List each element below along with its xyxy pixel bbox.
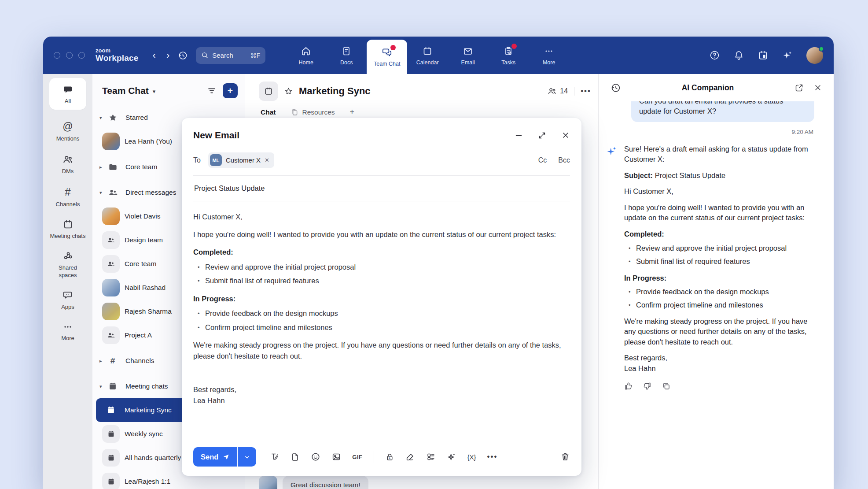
- remove-recipient-icon[interactable]: ✕: [265, 157, 269, 163]
- rail-item-apps[interactable]: Apps: [61, 290, 74, 311]
- window-controls[interactable]: [54, 52, 85, 59]
- discard-draft-icon[interactable]: [560, 452, 570, 462]
- meeting-avatar: [102, 425, 120, 443]
- tab-docs[interactable]: Docs: [326, 37, 367, 74]
- left-rail: All @ Mentions DMs # Channels Meeting ch…: [43, 74, 92, 489]
- bcc-button[interactable]: Bcc: [558, 156, 570, 164]
- ai-response: Sure! Here's a draft email asking for a …: [606, 144, 814, 374]
- history-icon[interactable]: [177, 50, 188, 61]
- message-timestamp: 9:20 AM: [607, 129, 813, 135]
- completed-list: Review and approve the initial project p…: [193, 262, 570, 287]
- back-button[interactable]: ‹: [147, 50, 161, 61]
- rail-item-channels[interactable]: # Channels: [56, 186, 80, 208]
- tab-more[interactable]: More: [529, 37, 569, 74]
- tab-tasks[interactable]: Tasks: [488, 37, 529, 74]
- notifications-icon[interactable]: [733, 50, 744, 61]
- minimize-icon[interactable]: [515, 131, 523, 140]
- caret-right-icon[interactable]: ▸: [99, 164, 107, 170]
- help-icon[interactable]: [709, 50, 720, 61]
- rail-item-more[interactable]: More: [61, 322, 74, 342]
- minimize-window-control[interactable]: [66, 52, 73, 59]
- caret-down-icon[interactable]: ▾: [99, 384, 107, 389]
- toolbar-more-button[interactable]: •••: [487, 452, 498, 461]
- more-icon: [544, 45, 554, 57]
- close-window-control[interactable]: [54, 52, 60, 59]
- close-icon[interactable]: [561, 131, 570, 140]
- close-icon[interactable]: [813, 83, 822, 92]
- email-body[interactable]: Hi Customer X, I hope you're doing well!…: [193, 201, 570, 407]
- list-item: Submit final list of required features: [193, 275, 570, 287]
- search-input[interactable]: [212, 52, 243, 59]
- avatar: [102, 279, 120, 296]
- thumbs-up-icon[interactable]: [624, 382, 633, 391]
- send-button-group[interactable]: Send: [193, 447, 256, 467]
- star-outline-icon[interactable]: [284, 87, 293, 96]
- last-chat-message: Great discussion team!: [259, 476, 368, 489]
- copy-icon[interactable]: [662, 382, 671, 391]
- zoom-window-control[interactable]: [78, 52, 85, 59]
- to-label: To: [193, 156, 201, 164]
- encrypt-icon[interactable]: E: [385, 452, 394, 462]
- thumbs-down-icon[interactable]: [643, 382, 652, 391]
- signature-pen-icon[interactable]: [405, 452, 415, 462]
- tab-resources[interactable]: Resources: [291, 108, 335, 116]
- ai-compose-icon[interactable]: [447, 452, 456, 462]
- folder-icon: [107, 162, 118, 172]
- add-tab-button[interactable]: +: [350, 107, 355, 117]
- to-field[interactable]: To ML Customer X ✕ Cc Bcc: [193, 152, 570, 168]
- group-avatar: [102, 255, 120, 273]
- rail-item-mentions[interactable]: @ Mentions: [56, 121, 80, 142]
- apps-icon: [62, 290, 73, 301]
- gif-button[interactable]: GIF: [352, 454, 362, 460]
- paper-plane-icon: [222, 453, 230, 461]
- expand-icon[interactable]: [538, 131, 546, 140]
- subject-field[interactable]: Project Status Update: [193, 175, 570, 201]
- format-text-icon[interactable]: [270, 452, 280, 462]
- caret-down-icon[interactable]: ▾: [99, 115, 107, 121]
- caret-down-icon[interactable]: ▾: [99, 190, 107, 196]
- intro-paragraph: I hope you're doing well! I wanted to pr…: [193, 229, 570, 241]
- tab-team-chat[interactable]: Team Chat: [367, 40, 407, 74]
- cc-button[interactable]: Cc: [538, 156, 547, 164]
- star-filled-icon: [107, 113, 118, 123]
- caret-right-icon[interactable]: ▸: [99, 358, 107, 364]
- meeting-calendar-icon: [63, 219, 74, 230]
- search-icon: [201, 52, 209, 59]
- user-avatar[interactable]: [806, 47, 823, 64]
- new-chat-button[interactable]: +: [223, 83, 238, 98]
- tab-calendar[interactable]: Calendar: [407, 37, 448, 74]
- new-email-modal: New Email To ML Customer X ✕ Cc Bcc Proj…: [182, 118, 581, 476]
- forward-button[interactable]: ›: [161, 50, 175, 61]
- ai-companion-icon[interactable]: [782, 50, 793, 61]
- hash-icon: #: [65, 186, 70, 198]
- template-icon[interactable]: [426, 452, 436, 462]
- rail-item-meeting-chats[interactable]: Meeting chats: [50, 219, 86, 240]
- emoji-icon[interactable]: [311, 452, 320, 462]
- calendar-today-icon[interactable]: [758, 50, 769, 61]
- calendar-icon: [422, 45, 433, 57]
- tab-home[interactable]: Home: [286, 37, 326, 74]
- variables-button[interactable]: {X}: [467, 453, 476, 461]
- ai-history-icon[interactable]: [610, 82, 621, 93]
- send-options-button[interactable]: [238, 447, 256, 467]
- send-button[interactable]: Send: [193, 447, 237, 467]
- members-button[interactable]: 14: [547, 86, 568, 96]
- list-item: Provide feedback on the design mockups: [193, 308, 570, 319]
- filter-icon[interactable]: [207, 86, 217, 96]
- ai-inprogress-list: Provide feedback on the design mockups C…: [624, 287, 814, 311]
- open-in-window-icon[interactable]: [794, 83, 804, 93]
- tab-email[interactable]: Email: [448, 37, 488, 74]
- inprogress-heading: In Progress:: [193, 293, 570, 305]
- rail-item-shared-spaces[interactable]: Shared spaces: [49, 251, 87, 279]
- recipient-chip[interactable]: ML Customer X ✕: [208, 152, 274, 168]
- completed-heading: Completed:: [193, 247, 570, 258]
- rail-item-dms[interactable]: DMs: [62, 154, 74, 175]
- rail-item-all[interactable]: All: [49, 78, 86, 110]
- tab-chat[interactable]: Chat: [261, 108, 276, 116]
- channel-more-button[interactable]: •••: [581, 87, 591, 96]
- global-search[interactable]: ⌘F: [196, 47, 265, 64]
- insert-image-icon[interactable]: [331, 452, 341, 462]
- attach-file-icon[interactable]: [291, 452, 300, 462]
- team-chat-title[interactable]: Team Chat ▾: [102, 85, 155, 96]
- recipient-name: Customer X: [226, 156, 261, 164]
